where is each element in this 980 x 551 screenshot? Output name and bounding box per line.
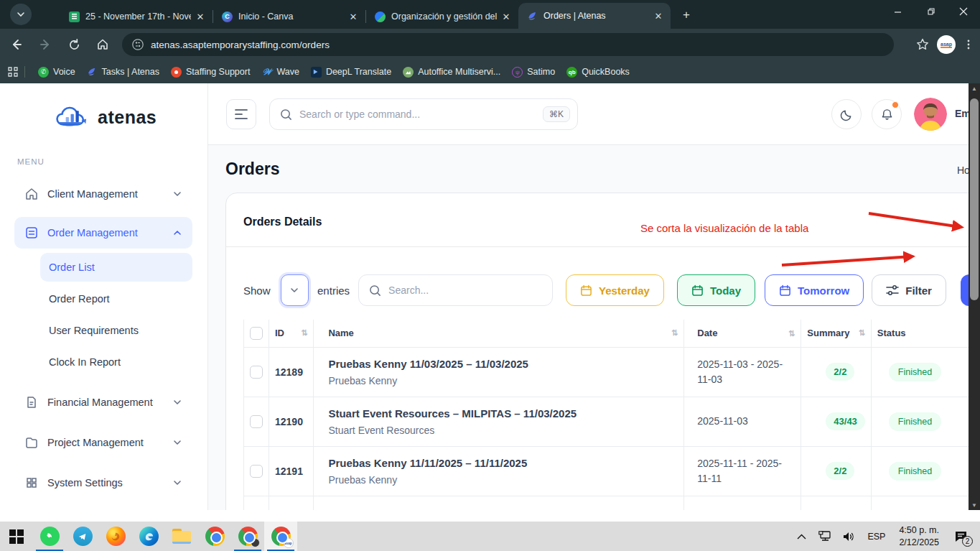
bookmark-star-icon[interactable]	[915, 37, 930, 52]
tab-close-icon[interactable]: ✕	[500, 10, 513, 23]
bookmark-staffing-support[interactable]: Staffing Support	[165, 64, 256, 80]
sidebar-subitem-clock-in-report[interactable]: Clock In Report	[40, 348, 192, 376]
sidebar-subitem-order-report[interactable]: Order Report	[40, 284, 192, 313]
order-date: 2025-11-03 - 2025-11-03	[684, 347, 801, 397]
summary-badge: 2/2	[826, 462, 854, 480]
back-button[interactable]	[4, 32, 29, 57]
home-button[interactable]	[90, 32, 115, 57]
row-checkbox[interactable]	[250, 465, 263, 478]
browser-tab-active[interactable]: Orders | Atenas ✕	[518, 3, 671, 29]
speaker-icon	[843, 532, 855, 542]
menu-kebab-icon[interactable]	[963, 39, 974, 50]
close-window-button[interactable]	[947, 0, 980, 23]
browser-tab[interactable]: 25 - November 17th - Novembe ✕	[60, 4, 213, 29]
table-search-input[interactable]	[388, 284, 542, 296]
order-name[interactable]: Pruebas Kenny 11/03/2025 – 11/03/2025	[328, 358, 678, 370]
row-checkbox[interactable]	[250, 415, 263, 428]
start-button[interactable]	[0, 522, 33, 551]
site-settings-icon	[132, 39, 144, 50]
bookmark-tasks-atenas[interactable]: Tasks | Atenas	[81, 64, 165, 80]
taskbar-edge[interactable]	[132, 522, 165, 551]
tray-expand-button[interactable]	[792, 526, 811, 547]
sidebar-item-financial-management[interactable]: Financial Management	[14, 386, 192, 418]
sidebar-subitem-user-requirements[interactable]: User Requirements	[40, 316, 192, 345]
sort-icon[interactable]: ⇅	[671, 328, 678, 338]
taskbar-chrome-asap[interactable]: asap	[264, 522, 297, 551]
apps-grid-icon[interactable]	[7, 66, 19, 78]
minimize-button[interactable]	[881, 0, 914, 23]
yesterday-button[interactable]: Yesterday	[566, 274, 664, 306]
command-search[interactable]: ⌘K	[269, 98, 578, 130]
taskbar-whatsapp[interactable]	[33, 522, 66, 551]
tab-close-icon[interactable]: ✕	[194, 10, 207, 23]
tomorrow-button[interactable]: Tomorrow	[765, 274, 864, 306]
reload-button[interactable]	[62, 32, 86, 57]
sidebar-item-system-settings[interactable]: System Settings	[14, 467, 192, 499]
forward-button[interactable]	[33, 32, 57, 57]
network-tray-icon[interactable]	[816, 526, 834, 547]
clock[interactable]: 4:50 p. m. 2/12/2025	[895, 524, 943, 549]
sidebar-item-project-management[interactable]: Project Management	[14, 427, 192, 458]
sort-icon[interactable]: ⇅	[301, 328, 307, 338]
scroll-down-icon[interactable]: ▼	[969, 500, 980, 510]
user-avatar[interactable]	[914, 98, 947, 131]
tab-search-button[interactable]	[10, 4, 32, 25]
vertical-scrollbar-thumb[interactable]	[970, 98, 979, 300]
column-header[interactable]: Name	[328, 328, 353, 338]
today-button[interactable]: Today	[677, 274, 755, 306]
column-header[interactable]: Date	[697, 326, 717, 341]
notifications-button[interactable]	[872, 99, 902, 129]
canva-icon: C	[222, 11, 233, 22]
row-checkbox[interactable]	[250, 366, 263, 379]
browser-toolbar: atenas.asaptemporarystaffing.com/orders …	[0, 29, 980, 60]
taskbar-chrome[interactable]	[198, 522, 231, 551]
table-row[interactable]: 12189 Pruebas Kenny 11/03/2025 – 11/03/2…	[244, 347, 980, 397]
tab-close-icon[interactable]: ✕	[347, 10, 360, 23]
order-name[interactable]: Pruebas Kenny 11/11/2025 – 11/11/2025	[328, 457, 678, 469]
scroll-up-icon[interactable]: ▲	[969, 83, 980, 93]
select-all-checkbox[interactable]	[250, 327, 263, 340]
dark-mode-button[interactable]	[831, 99, 862, 129]
sidebar-item-order-management[interactable]: Order Management	[14, 217, 192, 249]
bookmark-satimo[interactable]: ψ Satimo	[506, 64, 561, 80]
taskbar-chrome-profile2[interactable]	[231, 522, 264, 551]
table-row-partial[interactable]: Stuart Event Resources – MILPITAS – 11/0…	[244, 496, 980, 510]
filter-button[interactable]: Filter	[872, 274, 946, 306]
tab-close-icon[interactable]: ✕	[652, 9, 665, 22]
sidebar-subitem-order-list[interactable]: Order List	[40, 253, 192, 282]
column-header[interactable]: Status	[877, 328, 906, 338]
address-bar[interactable]: atenas.asaptemporarystaffing.com/orders	[122, 33, 894, 56]
table-row[interactable]: 12191 Pruebas Kenny 11/11/2025 – 11/11/2…	[244, 446, 980, 496]
sidebar-toggle-button[interactable]	[226, 99, 256, 129]
notification-center-button[interactable]: 2	[948, 526, 973, 547]
atenas-logo[interactable]: atenas	[55, 103, 157, 131]
bookmark-autoffice[interactable]: Autoffice Multiservi...	[397, 64, 506, 80]
table-row[interactable]: 12190 Stuart Event Resources – MILPITAS …	[244, 397, 980, 446]
divider	[226, 246, 980, 247]
restore-button[interactable]	[914, 0, 947, 23]
column-header[interactable]: ID	[275, 328, 284, 338]
entries-select[interactable]	[281, 274, 309, 306]
bookmark-voice[interactable]: ✆ Voice	[32, 64, 81, 80]
taskbar-firefox[interactable]	[99, 522, 132, 551]
profile-avatar-asap[interactable]: asap	[937, 35, 956, 54]
language-indicator[interactable]: ESP	[863, 532, 890, 542]
taskbar-file-explorer[interactable]	[165, 522, 198, 551]
taskbar-telegram[interactable]	[66, 522, 99, 551]
search-input[interactable]	[299, 108, 536, 120]
bookmark-wave[interactable]: 𝒲 Wave	[256, 64, 305, 80]
volume-tray-icon[interactable]	[839, 526, 858, 547]
table-search[interactable]	[358, 274, 553, 306]
sort-icon[interactable]: ⇅	[859, 328, 865, 338]
sidebar-item-client-management[interactable]: Client Management	[14, 178, 192, 210]
vertical-scrollbar[interactable]: ▲ ▼	[969, 83, 980, 510]
new-tab-button[interactable]: +	[676, 5, 696, 25]
sort-icon[interactable]: ⇅	[788, 328, 795, 340]
orders-card: Orders Details Se corta la visualización…	[225, 193, 980, 510]
browser-tab[interactable]: Organización y gestión del tiem ✕	[366, 4, 518, 29]
bookmark-quickbooks[interactable]: qb QuickBooks	[561, 64, 635, 80]
bookmark-deepl[interactable]: DeepL Translate	[305, 64, 397, 80]
column-header[interactable]: Summary	[807, 328, 849, 338]
browser-tab[interactable]: C Inicio - Canva ✕	[213, 4, 365, 29]
order-name[interactable]: Stuart Event Resources – MILPITAS – 11/0…	[328, 407, 678, 420]
